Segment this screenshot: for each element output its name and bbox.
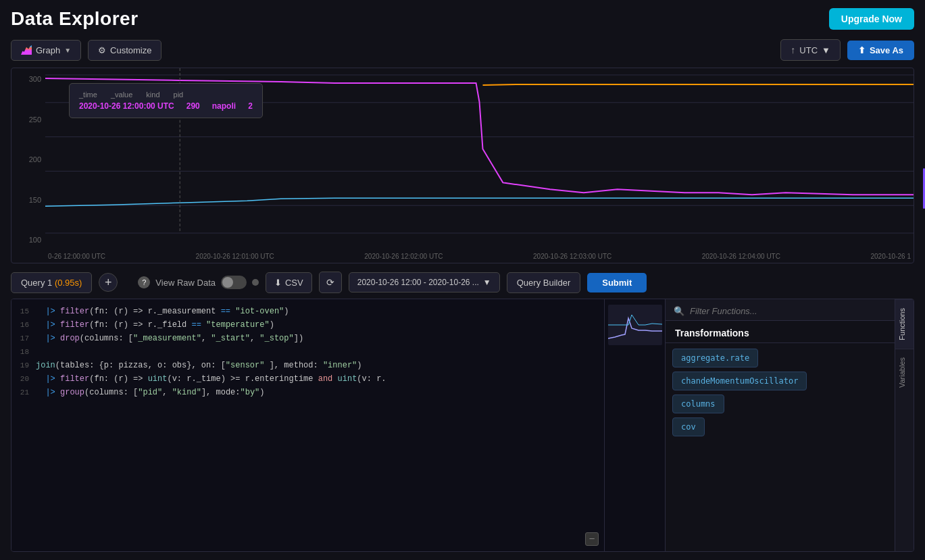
code-line-21: 21 |> group(columns: ["pid", "kind"], mo… xyxy=(11,386,604,399)
tooltip-col-time: _time xyxy=(79,91,97,99)
func-chip-columns[interactable]: columns xyxy=(672,394,724,413)
filter-functions-input[interactable] xyxy=(690,306,886,316)
tooltip-header: _time _value kind pid xyxy=(79,91,253,99)
date-range-label: 2020-10-26 12:00 - 2020-10-26 ... xyxy=(357,278,479,287)
utc-label: UTC xyxy=(799,45,818,55)
view-raw-switch[interactable] xyxy=(221,276,247,289)
graph-label: Graph xyxy=(36,45,60,55)
page-title: Data Explorer xyxy=(11,8,139,30)
y-label-150: 150 xyxy=(29,196,41,204)
code-editor[interactable]: 15 |> filter(fn: (r) => r._measurement =… xyxy=(11,299,604,551)
code-line-16: 16 |> filter(fn: (r) => r._field == "tem… xyxy=(11,318,604,332)
transformations-header: Transformations xyxy=(666,321,895,343)
editor-minimize-button[interactable]: — xyxy=(585,532,599,546)
csv-download-icon: ⬇ xyxy=(274,278,282,288)
toggle-dot-indicator xyxy=(252,279,259,286)
customize-button[interactable]: ⚙ Customize xyxy=(88,40,161,61)
y-label-100: 100 xyxy=(29,236,41,244)
tooltip-col-kind: kind xyxy=(146,91,159,99)
customize-label: Customize xyxy=(110,45,151,55)
x-axis-labels: 0-26 12:00:00 UTC 2020-10-26 12:01:00 UT… xyxy=(45,253,914,260)
tooltip-col-pid: pid xyxy=(174,91,184,99)
date-range-chevron: ▼ xyxy=(483,278,491,287)
save-as-icon: ⬆ xyxy=(858,45,866,55)
toolbar: Graph ▼ ⚙ Customize ↑ UTC ▼ ⬆ Save As xyxy=(11,39,914,61)
tooltip-val-time: 2020-10-26 12:00:00 UTC xyxy=(79,101,174,111)
query-tab-1[interactable]: Query 1 (0.95s) xyxy=(11,272,92,293)
func-chip-aggregate-rate[interactable]: aggregate.rate xyxy=(672,349,758,367)
func-chip-chande[interactable]: chandeMomentumOscillator xyxy=(672,372,807,390)
func-chip-cov[interactable]: cov xyxy=(672,417,705,436)
x-label-5: 2020-10-26 1 xyxy=(870,253,911,260)
x-label-0: 0-26 12:00:00 UTC xyxy=(48,253,105,260)
upgrade-now-button[interactable]: Upgrade Now xyxy=(829,8,914,30)
save-as-button[interactable]: ⬆ Save As xyxy=(847,41,914,60)
app-header: Data Explorer Upgrade Now xyxy=(11,8,914,30)
graph-select-button[interactable]: Graph ▼ xyxy=(11,40,81,61)
refresh-button[interactable]: ⟳ xyxy=(319,272,342,293)
y-label-250: 250 xyxy=(29,116,41,124)
bottom-panel: 15 |> filter(fn: (r) => r._measurement =… xyxy=(11,299,914,552)
right-panel: 🔍 Transformations aggregate.rate chandeM… xyxy=(665,299,895,551)
query-tab-time: (0.95s) xyxy=(55,278,82,288)
submit-button[interactable]: Submit xyxy=(587,273,647,292)
query-builder-button[interactable]: Query Builder xyxy=(507,272,580,293)
utc-chevron-icon: ▼ xyxy=(822,45,830,55)
code-line-18: 18 xyxy=(11,345,604,359)
toolbar-left: Graph ▼ ⚙ Customize xyxy=(11,40,161,61)
code-line-17: 17 |> drop(columns: ["_measurement", "_s… xyxy=(11,332,604,345)
help-icon[interactable]: ? xyxy=(138,276,150,288)
utc-select[interactable]: ↑ UTC ▼ xyxy=(780,39,841,61)
csv-label: CSV xyxy=(285,278,303,288)
y-axis-labels: 300 250 200 150 100 xyxy=(11,68,45,244)
x-label-2: 2020-10-26 12:02:00 UTC xyxy=(364,253,443,260)
tooltip-values: 2020-10-26 12:00:00 UTC 290 napoli 2 xyxy=(79,101,253,111)
tab-variables[interactable]: Variables xyxy=(895,349,914,396)
tooltip-val-value: 290 xyxy=(186,101,200,111)
toolbar-right: ↑ UTC ▼ ⬆ Save As xyxy=(780,39,914,61)
search-box: 🔍 xyxy=(666,299,895,321)
view-raw-toggle: ? View Raw Data xyxy=(138,276,259,289)
y-label-200: 200 xyxy=(29,155,41,163)
query-tab-label: Query 1 xyxy=(21,278,52,288)
chart-area: 300 250 200 150 100 xyxy=(11,68,914,263)
x-label-1: 2020-10-26 12:01:00 UTC xyxy=(196,253,274,260)
query-bar: Query 1 (0.95s) + ? View Raw Data ⬇ CSV … xyxy=(11,269,914,299)
search-icon: 🔍 xyxy=(674,306,684,316)
chevron-down-icon: ▼ xyxy=(64,47,71,54)
thumbnail-image xyxy=(608,305,662,345)
utc-arrow-icon: ↑ xyxy=(791,45,795,55)
code-line-19: 19 join(tables: {p: pizzas, o: obs}, on:… xyxy=(11,359,604,372)
toggle-dot xyxy=(222,277,233,288)
gear-icon: ⚙ xyxy=(98,45,106,55)
y-label-300: 300 xyxy=(29,75,41,83)
add-query-button[interactable]: + xyxy=(99,273,118,292)
thumbnail-svg xyxy=(608,305,662,345)
date-range-button[interactable]: 2020-10-26 12:00 - 2020-10-26 ... ▼ xyxy=(349,272,500,292)
chart-icon xyxy=(21,45,32,55)
chart-tooltip: _time _value kind pid 2020-10-26 12:00:0… xyxy=(69,83,263,118)
code-line-20: 20 |> filter(fn: (r) => uint(v: r._time)… xyxy=(11,372,604,386)
csv-button[interactable]: ⬇ CSV xyxy=(266,272,312,293)
tooltip-col-value: _value xyxy=(111,91,132,99)
code-line-15: 15 |> filter(fn: (r) => r._measurement =… xyxy=(11,305,604,318)
x-label-3: 2020-10-26 12:03:00 UTC xyxy=(533,253,611,260)
x-label-4: 2020-10-26 12:04:00 UTC xyxy=(702,253,780,260)
tooltip-val-kind: napoli xyxy=(212,101,236,111)
side-tabs: Functions Variables xyxy=(895,299,914,551)
view-raw-label: View Raw Data xyxy=(155,278,216,288)
save-as-label: Save As xyxy=(870,45,903,55)
tooltip-val-pid: 2 xyxy=(248,101,253,111)
thumbnail-panel xyxy=(604,299,665,551)
function-list: aggregate.rate chandeMomentumOscillator … xyxy=(666,343,895,551)
tab-functions[interactable]: Functions xyxy=(895,299,914,349)
